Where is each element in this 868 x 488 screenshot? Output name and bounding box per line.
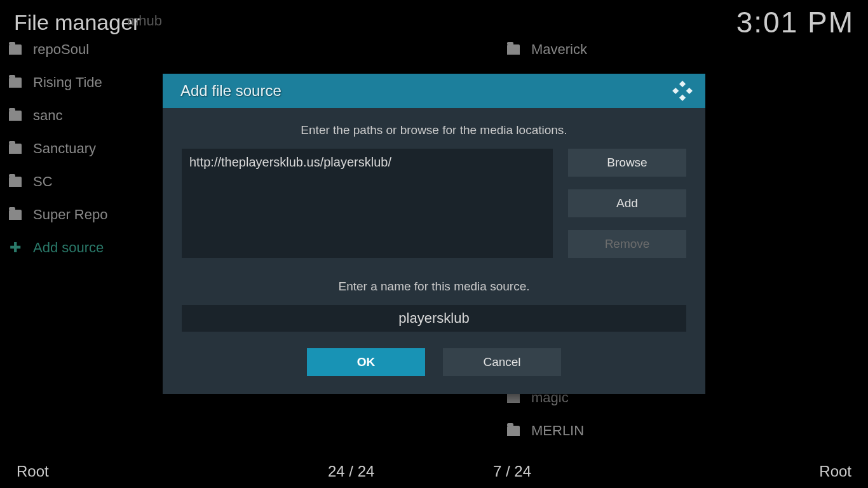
list-item-label: SC <box>33 173 53 190</box>
folder-icon <box>9 44 22 55</box>
path-value: http://theplayersklub.us/playersklub/ <box>189 155 391 169</box>
dialog-header: Add file source <box>163 74 705 108</box>
page-title: File manager <box>14 10 140 35</box>
svg-rect-1 <box>672 88 679 94</box>
list-item[interactable]: MERLIN <box>507 423 857 439</box>
list-item-label: MERLIN <box>531 423 584 439</box>
kodi-logo-icon <box>671 79 694 102</box>
path-instruction: Enter the paths or browse for the media … <box>182 123 686 137</box>
footer-right-root: Root <box>819 463 851 480</box>
plus-icon: ✚ <box>9 240 22 256</box>
path-input[interactable]: http://theplayersklub.us/playersklub/ <box>182 149 553 258</box>
add-button[interactable]: Add <box>568 189 686 217</box>
name-instruction: Enter a name for this media source. <box>182 280 686 294</box>
dialog-body: Enter the paths or browse for the media … <box>163 108 705 394</box>
footer-right-count: 7 / 24 <box>493 463 819 480</box>
list-item-label: Sanctuary <box>33 140 96 157</box>
dialog-title: Add file source <box>180 82 281 100</box>
browse-button[interactable]: Browse <box>568 149 686 177</box>
add-file-source-dialog: Add file source Enter the paths or brows… <box>163 74 705 394</box>
svg-rect-2 <box>686 88 693 94</box>
list-item-label: sanc <box>33 107 62 124</box>
folder-icon <box>9 177 22 187</box>
folder-icon <box>9 210 22 220</box>
folder-icon <box>507 44 520 55</box>
folder-icon <box>9 78 22 88</box>
ok-button[interactable]: OK <box>307 348 425 376</box>
footer-left-count: 24 / 24 <box>328 463 493 480</box>
list-item-label: Rising Tide <box>33 74 102 91</box>
footer: Root 24 / 24 7 / 24 Root <box>0 455 868 488</box>
svg-rect-3 <box>679 95 686 101</box>
list-item-label: repoSoul <box>33 41 89 58</box>
list-item[interactable]: Maverick <box>507 41 857 58</box>
svg-rect-0 <box>679 81 686 87</box>
list-item[interactable]: mhub <box>127 13 162 29</box>
folder-icon <box>507 426 520 436</box>
folder-icon <box>9 111 22 121</box>
list-item-label: Maverick <box>531 41 587 58</box>
cancel-button[interactable]: Cancel <box>443 348 561 376</box>
add-source-label: Add source <box>33 240 104 256</box>
footer-left-root: Root <box>17 463 328 480</box>
remove-button[interactable]: Remove <box>568 230 686 258</box>
source-name-value: playersklub <box>398 310 469 327</box>
folder-icon <box>507 393 520 403</box>
source-name-input[interactable]: playersklub <box>182 305 686 332</box>
folder-icon <box>9 144 22 154</box>
list-item-label: Super Repo <box>33 207 107 223</box>
clock: 3:01 PM <box>736 5 854 39</box>
list-item[interactable]: repoSoul <box>9 41 365 58</box>
